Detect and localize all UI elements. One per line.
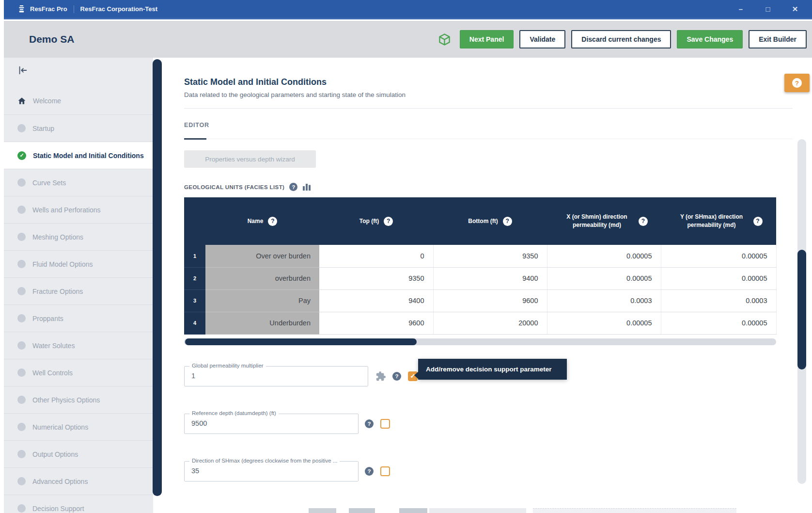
cutoff-fragment xyxy=(349,508,375,513)
sidebar-item[interactable]: Advanced Options xyxy=(4,467,153,495)
minimize-button[interactable]: – xyxy=(734,5,747,13)
maximize-button[interactable]: □ xyxy=(762,5,774,13)
decision-support-checkbox-unchecked[interactable] xyxy=(380,466,390,476)
value-cell[interactable]: 0.00005 xyxy=(547,245,661,267)
row-number-cell[interactable]: 3 xyxy=(184,289,205,312)
page-subtitle: Data related to the geological parameter… xyxy=(184,91,812,98)
bar-chart-icon[interactable] xyxy=(302,183,312,191)
name-cell[interactable]: Pay xyxy=(205,289,319,312)
discard-changes-button[interactable]: Discard current changes xyxy=(571,30,671,48)
name-cell[interactable]: Over over burden xyxy=(205,245,319,267)
name-cell[interactable]: Underburden xyxy=(205,312,319,334)
vertical-scrollbar-thumb[interactable] xyxy=(797,250,806,369)
field-label: Reference depth (datumdepth) (ft) xyxy=(189,410,279,416)
sidebar-item-label: Well Controls xyxy=(32,369,73,377)
tabs-bar: EDITOR xyxy=(184,120,793,139)
validate-button[interactable]: Validate xyxy=(519,30,565,48)
sidebar-item[interactable]: Wells and Perforations xyxy=(4,196,153,223)
reference-depth-input[interactable]: Reference depth (datumdepth) (ft) 9500 xyxy=(184,414,359,434)
resfrac-logo-icon xyxy=(17,5,26,13)
puzzle-icon[interactable] xyxy=(375,371,386,382)
content-vertical-scrollbar[interactable] xyxy=(797,139,806,484)
sidebar-item-label: Fracture Options xyxy=(32,288,83,295)
value-cell[interactable]: 9400 xyxy=(433,267,547,289)
value-cell[interactable]: 0 xyxy=(319,245,433,267)
column-header-top: Top (ft) xyxy=(319,197,433,245)
table-horizontal-scrollbar[interactable] xyxy=(184,338,776,345)
column-help-icon[interactable] xyxy=(384,217,393,226)
value-cell[interactable]: 9350 xyxy=(319,267,433,289)
value-cell[interactable]: 9400 xyxy=(319,289,433,312)
column-help-icon[interactable] xyxy=(639,217,648,226)
row-number-cell[interactable]: 1 xyxy=(184,245,205,267)
sidebar-item[interactable]: Well Controls xyxy=(4,359,153,386)
value-cell[interactable]: 0.00005 xyxy=(661,312,776,334)
value-cell[interactable]: 20000 xyxy=(433,312,547,334)
sidebar-item[interactable]: Water Solutes xyxy=(4,332,153,359)
column-help-icon[interactable] xyxy=(753,217,763,226)
status-circle-icon xyxy=(17,341,26,350)
sidebar: WelcomeStartup✓Static Model and Initial … xyxy=(4,58,153,513)
sidebar-item[interactable]: Curve Sets xyxy=(4,169,153,196)
sidebar-item[interactable]: Meshing Options xyxy=(4,223,153,250)
sidebar-item-label: Startup xyxy=(32,125,54,132)
column-help-icon[interactable] xyxy=(503,217,512,226)
project-name: Demo SA xyxy=(29,33,74,45)
collapse-sidebar-icon[interactable] xyxy=(17,65,28,76)
facies-table-body: 1Over over burden093500.000050.000052ove… xyxy=(184,245,776,334)
reference-depth-field-row: Reference depth (datumdepth) (ft) 9500 xyxy=(184,414,812,434)
save-changes-button[interactable]: Save Changes xyxy=(677,30,743,48)
sidebar-item[interactable]: ✓Static Model and Initial Conditions xyxy=(4,142,153,169)
value-cell[interactable]: 9600 xyxy=(433,289,547,312)
close-button[interactable]: ✕ xyxy=(789,5,801,14)
sidebar-scrollbar-thumb[interactable] xyxy=(153,59,162,496)
sidebar-item-label: Welcome xyxy=(33,97,61,105)
app-name: ResFrac Pro xyxy=(30,5,67,13)
sidebar-item[interactable]: Fracture Options xyxy=(4,277,153,305)
tab-editor[interactable]: EDITOR xyxy=(184,122,209,128)
shmax-direction-input[interactable]: Direction of SHmax (degrees clockwise fr… xyxy=(184,461,359,481)
panel-help-button[interactable] xyxy=(784,74,810,92)
value-cell[interactable]: 0.00005 xyxy=(547,312,661,334)
exit-builder-button[interactable]: Exit Builder xyxy=(749,30,807,48)
field-help-icon[interactable] xyxy=(365,467,374,476)
value-cell[interactable]: 0.00005 xyxy=(661,245,776,267)
row-number-cell[interactable]: 2 xyxy=(184,267,205,289)
value-cell[interactable]: 9600 xyxy=(319,312,433,334)
row-number-cell[interactable]: 4 xyxy=(184,312,205,334)
next-panel-button[interactable]: Next Panel xyxy=(460,30,514,48)
global-permeability-input[interactable]: Global permeability multiplier 1 xyxy=(184,366,368,386)
status-circle-icon xyxy=(17,233,26,241)
field-help-icon[interactable] xyxy=(365,419,374,428)
sidebar-item[interactable]: Welcome xyxy=(4,87,153,114)
name-cell[interactable]: overburden xyxy=(205,267,319,289)
properties-depth-wizard-button[interactable]: Properties versus depth wizard xyxy=(184,150,316,168)
cutoff-fragment xyxy=(309,508,336,513)
value-cell[interactable]: 0.0003 xyxy=(547,289,661,312)
sidebar-item[interactable]: Other Physics Options xyxy=(4,386,153,413)
3d-view-cube-icon[interactable] xyxy=(438,33,451,46)
decision-support-checkbox-unchecked[interactable] xyxy=(380,419,390,429)
decision-support-tooltip: Add/remove decision support parameter xyxy=(418,359,567,380)
sidebar-item[interactable]: Numerical Options xyxy=(4,413,153,440)
field-label: Direction of SHmax (degrees clockwise fr… xyxy=(189,458,340,464)
check-circle-icon: ✓ xyxy=(17,151,26,160)
field-value: 1 xyxy=(191,372,195,380)
sidebar-item[interactable]: Startup xyxy=(4,114,153,142)
value-cell[interactable]: 0.0003 xyxy=(661,289,776,312)
sidebar-item[interactable]: Decision Support xyxy=(4,495,153,513)
window-controls: – □ ✕ xyxy=(734,5,812,14)
help-icon[interactable] xyxy=(289,183,297,191)
sidebar-item[interactable]: Fluid Model Options xyxy=(4,250,153,277)
value-cell[interactable]: 0.00005 xyxy=(661,267,776,289)
horizontal-scrollbar-thumb[interactable] xyxy=(185,338,417,345)
column-label: Bottom (ft) xyxy=(468,217,498,225)
sidebar-item[interactable]: Output Options xyxy=(4,440,153,467)
value-cell[interactable]: 0.00005 xyxy=(547,267,661,289)
field-help-icon[interactable] xyxy=(392,372,401,381)
sidebar-item[interactable]: Proppants xyxy=(4,305,153,332)
status-circle-icon xyxy=(17,477,26,485)
column-help-icon[interactable] xyxy=(268,217,277,226)
value-cell[interactable]: 9350 xyxy=(433,245,547,267)
sidebar-nav: WelcomeStartup✓Static Model and Initial … xyxy=(4,87,153,513)
